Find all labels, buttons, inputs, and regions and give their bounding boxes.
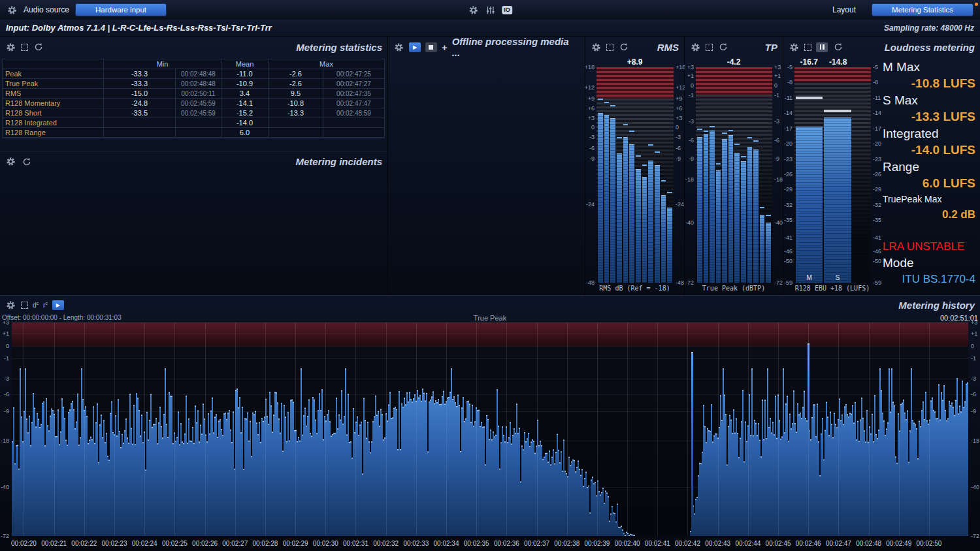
panel-title: TP: [765, 42, 777, 53]
gear-icon[interactable]: [5, 42, 16, 53]
reset-icon[interactable]: [832, 42, 843, 53]
time-label: 00:02:45: [766, 540, 791, 547]
time-label: 00:02:37: [524, 540, 549, 547]
pause-button[interactable]: [816, 42, 828, 52]
peak-hold-marker: [655, 151, 660, 153]
scale-label: 0: [774, 82, 777, 89]
scale-label: 0: [691, 82, 694, 89]
column-header-min: Min: [104, 59, 221, 69]
stop-button[interactable]: [425, 42, 437, 52]
time-label: 00:02:22: [71, 540, 97, 547]
peak-hold-marker: [728, 130, 734, 131]
layout-button[interactable]: Layout: [826, 5, 862, 14]
scale-label: -46: [873, 248, 881, 255]
scale-label: 0: [591, 124, 595, 131]
channel-bar: [697, 67, 702, 283]
table-row: R128 Range6.0: [3, 128, 384, 138]
time-label: 00:02:39: [584, 540, 610, 547]
peak-hold-marker: [747, 137, 753, 138]
scale-label: -50: [873, 258, 881, 264]
channel-bar: [734, 67, 740, 283]
scale-label: -18: [1, 437, 9, 444]
tp-meter-panel: TP -4.2 +3+10-1-3-6-9-18-40-72 +3+10-1-3…: [685, 37, 783, 295]
scale-label: +1: [3, 330, 9, 337]
rc-scale-icon[interactable]: rc: [43, 301, 48, 309]
gear-icon[interactable]: [5, 156, 16, 167]
gear-icon[interactable]: [5, 300, 16, 311]
reset-icon[interactable]: [717, 42, 728, 53]
history-series-label: True Peak: [474, 314, 506, 322]
time-label: 00:02:48: [856, 540, 881, 547]
m-readout: -16.7: [794, 57, 823, 67]
offline-processing-panel: ▶ + Offline processing media ...: [388, 37, 585, 295]
add-media-button[interactable]: +: [442, 42, 448, 52]
gear-icon[interactable]: [789, 42, 800, 53]
channel-bar: [655, 67, 660, 283]
history-scale-left: +3+10-1-3-6-9-18-40-72: [0, 323, 11, 536]
reset-icon[interactable]: [21, 156, 32, 167]
expand-icon[interactable]: [606, 44, 613, 51]
rms-readout: +8.9: [585, 57, 684, 67]
scale-label: -72: [774, 279, 783, 286]
channel-bar: [642, 67, 647, 283]
scale-label: -6: [589, 145, 595, 151]
gear-icon[interactable]: [690, 42, 701, 53]
peak-hold-marker: [741, 156, 746, 157]
tp-panel-header: TP: [685, 37, 783, 57]
time-label: 00:02:50: [916, 540, 941, 547]
play-button[interactable]: ▶: [409, 42, 421, 52]
loudness-readouts: -16.7 -14.8: [783, 57, 881, 67]
reset-icon[interactable]: [618, 42, 629, 53]
expand-icon[interactable]: [21, 44, 28, 51]
scale-label: -9: [971, 408, 976, 415]
expand-icon[interactable]: [21, 302, 28, 309]
channel-label: S: [824, 274, 851, 281]
scale-label: +9: [676, 95, 682, 102]
peak-hold-marker: [636, 155, 641, 157]
hardware-input-button[interactable]: Hardware input: [75, 3, 167, 16]
gear-icon[interactable]: [591, 42, 602, 53]
rms-meter: +8.9 +18+12+9+6+30-3-6-9-24-48 +18+12+9+…: [585, 57, 684, 295]
scale-label: +18: [676, 64, 685, 71]
column-header-mean: Mean: [221, 59, 269, 69]
rms-scale-left: +18+12+9+6+30-3-6-9-24-48: [585, 67, 596, 283]
expand-icon[interactable]: [804, 44, 811, 51]
peak-hold-marker: [648, 144, 653, 146]
scale-label: +3: [3, 319, 9, 326]
panel-title: Metering history: [898, 300, 975, 311]
gear-icon[interactable]: [468, 5, 479, 16]
loudness-metering-panel: Loudness metering -16.7 -14.8 -5-8-11-14…: [783, 37, 980, 295]
scale-label: -6: [689, 137, 694, 144]
io-routing-icon[interactable]: IO: [502, 6, 512, 14]
scale-label: -9: [676, 155, 681, 162]
mixer-sliders-icon[interactable]: [485, 5, 496, 16]
table-row: R128 Integrated-14.0: [3, 118, 384, 128]
tp-meter-body: [696, 67, 772, 283]
scale-label: -40: [971, 484, 979, 490]
gear-icon[interactable]: [7, 5, 18, 16]
scale-label: -32: [784, 202, 792, 208]
time-label: 00:02:49: [886, 540, 911, 547]
panel-title: Metering statistics: [296, 42, 382, 53]
column-header-max: Max: [269, 59, 384, 69]
time-label: 00:02:34: [434, 540, 459, 547]
dc-scale-icon[interactable]: dc: [33, 301, 39, 309]
time-label: 00:02:33: [403, 540, 429, 547]
peak-hold-marker: [753, 140, 759, 142]
gear-icon[interactable]: [393, 42, 404, 53]
metering-statistics-button[interactable]: Metering Statistics: [872, 3, 973, 16]
channel-bar: [766, 67, 771, 283]
scale-label: -32: [873, 202, 881, 208]
time-label: 00:02:29: [283, 540, 308, 547]
reset-icon[interactable]: [33, 42, 44, 53]
top-toolbar: Audio source Hardware input IO Layout Me…: [0, 0, 980, 20]
scale-label: -3: [589, 134, 595, 140]
scale-label: -59: [873, 279, 881, 286]
table-row: R128 Short-33.500:02:45:59-15.2-13.300:0…: [3, 108, 384, 118]
s-readout: -14.8: [823, 57, 852, 67]
expand-icon[interactable]: [706, 44, 713, 51]
scale-label: -6: [4, 391, 9, 398]
scale-label: -9: [4, 408, 9, 415]
time-label: 00:02:28: [252, 540, 278, 547]
history-play-button[interactable]: ▶: [52, 300, 64, 310]
